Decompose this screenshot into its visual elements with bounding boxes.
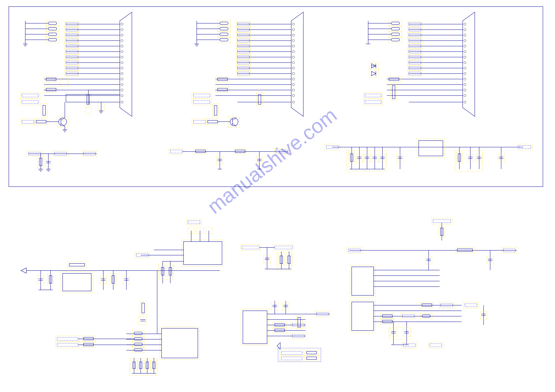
svg-rect-239 [391,33,400,36]
svg-rect-389 [275,246,292,249]
svg-rect-452 [457,249,473,251]
svg-rect-429 [307,357,316,359]
svg-rect-193 [170,150,183,153]
svg-rect-423 [281,351,302,355]
svg-rect-237 [391,28,400,30]
svg-rect-235 [391,22,400,25]
svg-point-11 [121,50,123,53]
bottom-connector-a[interactable] [161,328,198,358]
svg-rect-175 [192,93,212,99]
svg-rect-177 [192,99,212,105]
svg-rect-453 [455,247,474,253]
svg-rect-170 [218,78,227,81]
svg-rect-194 [169,149,184,155]
svg-rect-342 [188,221,200,224]
svg-rect-179 [212,104,219,117]
svg-rect-311 [61,272,93,293]
svg-point-19 [121,72,123,75]
svg-rect-351 [160,327,200,360]
svg-rect-414 [273,328,286,333]
svg-rect-387 [242,246,259,249]
svg-point-120 [292,56,294,58]
svg-point-136 [292,101,294,103]
svg-rect-176 [193,100,210,104]
regulator[interactable] [63,273,91,291]
svg-rect-36 [48,38,57,41]
ferrite-group-tl [23,20,59,46]
svg-rect-377 [57,337,78,340]
svg-rect-74 [87,94,89,104]
top-mid-connector-block [169,12,303,169]
svg-rect-241 [391,38,400,41]
svg-rect-70 [21,99,40,105]
regulator-ic[interactable] [419,141,443,156]
svg-point-5 [121,34,123,36]
svg-rect-437 [350,265,375,297]
svg-rect-376 [130,358,157,376]
svg-rect-430 [305,355,318,361]
svg-rect-272 [389,78,399,81]
svg-point-134 [292,94,294,97]
svg-rect-425 [281,357,302,360]
svg-rect-141 [220,33,228,36]
top-left-connector-block [21,12,132,171]
svg-point-29 [121,101,123,103]
svg-point-214 [464,45,466,47]
connector[interactable] [463,12,475,116]
svg-rect-465 [382,320,392,323]
svg-rect-34 [48,33,57,36]
svg-rect-181 [256,93,263,106]
svg-rect-421 [298,317,300,327]
svg-rect-411 [275,323,285,326]
bottom-right-block [347,218,517,348]
svg-point-7 [121,40,123,42]
svg-rect-477 [403,344,416,347]
bot-net-tl [27,151,97,171]
svg-rect-348 [142,303,144,313]
svg-rect-32 [48,28,57,30]
svg-rect-139 [220,28,228,30]
svg-rect-466 [381,319,394,324]
svg-rect-172 [218,88,227,91]
svg-rect-390 [273,244,294,250]
svg-rect-30 [48,22,57,25]
svg-rect-350 [139,317,146,325]
svg-rect-384 [82,342,95,347]
svg-rect-383 [84,343,93,346]
svg-rect-83 [35,119,48,125]
svg-point-21 [121,78,123,80]
svg-rect-479 [430,344,442,347]
ic-top[interactable] [183,242,222,265]
svg-rect-196 [194,149,207,154]
svg-point-218 [464,56,466,58]
svg-rect-360 [134,343,142,346]
svg-rect-413 [275,329,285,332]
svg-rect-63 [46,78,56,81]
svg-rect-380 [56,342,80,348]
svg-rect-188 [206,119,219,125]
svg-rect-85 [22,120,34,123]
svg-rect-382 [82,336,95,342]
schematic-canvas [0,0,555,392]
svg-rect-197 [235,150,245,153]
svg-rect-275 [363,93,383,99]
connector[interactable] [120,12,132,116]
bottom-connector-d[interactable] [352,302,374,330]
svg-rect-279 [391,84,397,100]
svg-point-110 [292,29,294,31]
svg-rect-71 [60,79,68,86]
svg-point-9 [121,45,123,47]
svg-rect-469 [422,304,432,306]
svg-point-212 [464,40,466,42]
svg-rect-467 [402,314,414,318]
bottom-left-block [21,219,224,376]
svg-point-222 [464,67,466,69]
svg-rect-412 [273,322,286,328]
svg-rect-313 [67,262,86,268]
svg-rect-478 [402,342,417,348]
connector[interactable] [291,12,303,116]
bottom-connector-b[interactable] [243,311,267,344]
svg-rect-75 [85,93,91,106]
bottom-connector-c[interactable] [352,267,374,295]
svg-rect-356 [134,332,142,335]
